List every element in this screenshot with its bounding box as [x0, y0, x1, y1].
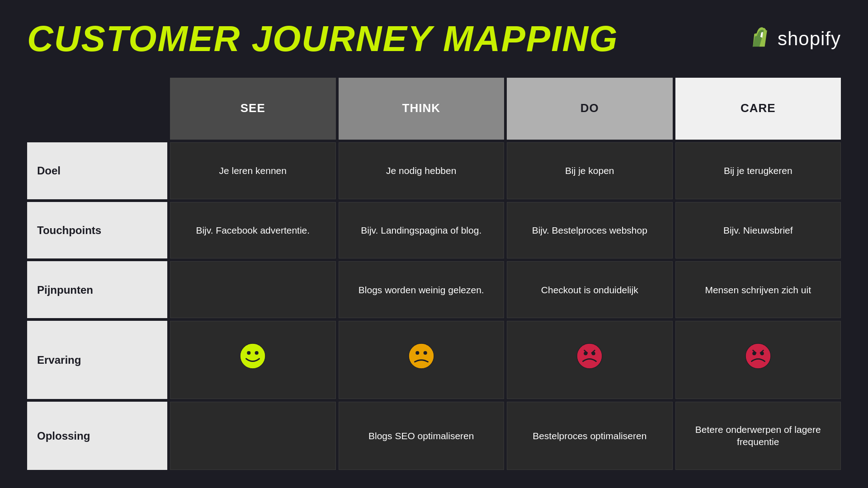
cell-touchpoints-care: Bijv. Nieuwsbrief — [675, 202, 841, 259]
cell-doel-do: Bij je kopen — [507, 142, 673, 199]
cell-ervaring-see — [170, 321, 336, 399]
svg-point-5 — [415, 351, 419, 355]
col-header-think: THINK — [339, 78, 505, 140]
cell-doel-think: Je nodig hebben — [339, 142, 505, 199]
cell-pijnpunten-do: Checkout is onduidelijk — [507, 261, 673, 318]
emoji-do — [576, 343, 603, 377]
svg-point-3 — [255, 351, 259, 355]
cell-pijnpunten-think: Blogs worden weinig gelezen. — [339, 261, 505, 318]
row-label-ervaring: Ervaring — [27, 321, 167, 399]
cell-oplossing-do: Bestelproces optimaliseren — [507, 402, 673, 470]
shopify-logo: shopify — [745, 25, 841, 52]
row-label-oplossing: Oplossing — [27, 402, 167, 470]
empty-header-cell — [27, 78, 167, 140]
svg-point-4 — [409, 343, 434, 369]
header: CUSTOMER JOURNEY MAPPING shopify — [27, 18, 841, 60]
emoji-care — [745, 343, 771, 377]
svg-point-1 — [240, 343, 265, 369]
cell-pijnpunten-see — [170, 261, 336, 318]
cell-doel-care: Bij je terugkeren — [675, 142, 841, 199]
col-header-care: CARE — [675, 78, 841, 140]
row-label-touchpoints: Touchpoints — [27, 202, 167, 259]
svg-point-10 — [745, 343, 771, 369]
cell-ervaring-think — [339, 321, 505, 399]
cell-pijnpunten-care: Mensen schrijven zich uit — [675, 261, 841, 318]
cell-touchpoints-think: Bijv. Landingspagina of blog. — [339, 202, 505, 259]
svg-point-2 — [247, 351, 250, 355]
cell-oplossing-see — [170, 402, 336, 470]
cell-ervaring-care — [675, 321, 841, 399]
cell-ervaring-do — [507, 321, 673, 399]
cell-touchpoints-see: Bijv. Facebook advertentie. — [170, 202, 336, 259]
cell-doel-see: Je leren kennen — [170, 142, 336, 199]
cell-oplossing-care: Betere onderwerpen of lagere frequentie — [675, 402, 841, 470]
shopify-text: shopify — [778, 28, 841, 50]
main-title: CUSTOMER JOURNEY MAPPING — [27, 18, 618, 60]
shopify-icon — [745, 25, 772, 52]
journey-table: SEE THINK DO CARE Doel Je leren kennen J… — [27, 78, 841, 470]
col-header-see: SEE — [170, 78, 336, 140]
cell-touchpoints-do: Bijv. Bestelproces webshop — [507, 202, 673, 259]
svg-point-6 — [423, 351, 427, 355]
col-header-do: DO — [507, 78, 673, 140]
emoji-think — [408, 343, 434, 377]
row-label-doel: Doel — [27, 142, 167, 199]
row-label-pijnpunten: Pijnpunten — [27, 261, 167, 318]
emoji-see — [240, 343, 266, 377]
cell-oplossing-think: Blogs SEO optimaliseren — [339, 402, 505, 470]
svg-point-7 — [577, 343, 602, 369]
svg-rect-0 — [753, 47, 767, 52]
